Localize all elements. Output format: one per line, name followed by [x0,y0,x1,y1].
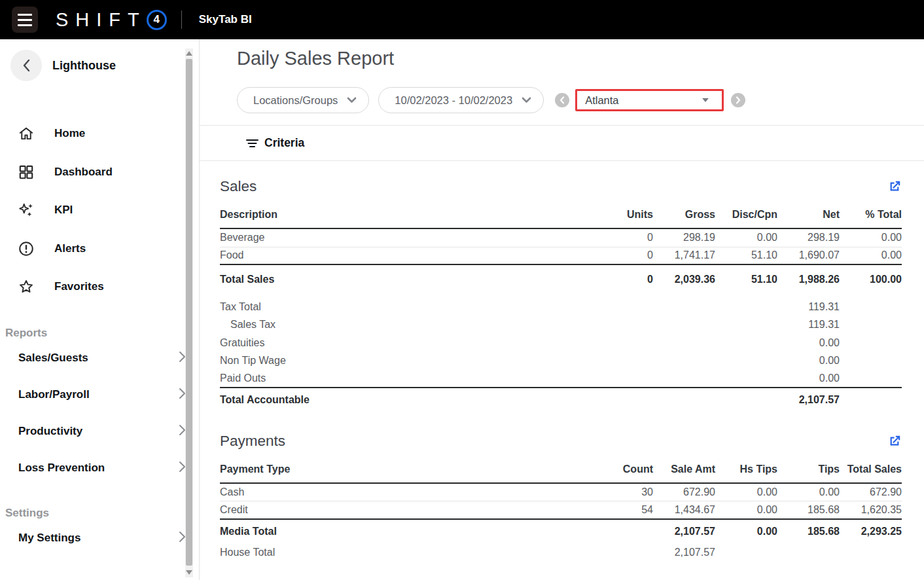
row-value: 1,988.26 [777,274,840,285]
row-value: 119.31 [777,301,840,313]
row-label: Beverage [220,232,591,244]
table-row: Cash30672.900.000.00672.90 [220,484,902,502]
sidebar-item-dashboard[interactable]: Dashboard [0,153,199,192]
sidebar-item-kpi[interactable]: KPI [0,191,199,230]
column-header: Disc/Cpn [715,209,777,221]
sidebar-item-loss-prevention[interactable]: Loss Prevention [0,450,199,486]
home-icon [18,125,35,142]
sidebar-item-label: Home [54,127,85,140]
row-value: 0.00 [715,232,777,244]
section-title-settings: Settings [5,507,199,520]
chevron-down-icon [522,97,531,103]
column-header: Payment Type [220,463,591,475]
row-value: 0.00 [840,249,902,261]
sidebar-item-my-settings[interactable]: My Settings [0,520,199,556]
locations-groups-dropdown[interactable]: Locations/Groups [237,87,369,113]
scrollbar-down-arrow[interactable] [186,570,192,575]
criteria-toggle[interactable]: Criteria [200,126,924,161]
sidebar-item-labor-payroll[interactable]: Labor/Payroll [0,376,199,413]
row-label: Tax Total [220,301,591,313]
row-value: 1,690.07 [777,249,840,261]
chevron-left-icon[interactable] [10,50,42,81]
row-value: 1,741.17 [653,249,715,261]
table-row: Total Accountable2,107.57 [220,388,902,412]
column-header: Gross [653,209,715,221]
sidebar-back-lighthouse[interactable]: Lighthouse [10,50,199,81]
row-label: Sales Tax [220,319,591,331]
column-header: Total Sales [840,463,902,475]
scrollbar-thumb[interactable] [186,59,192,566]
open-in-new-icon[interactable] [887,179,902,194]
row-value: 0.00 [715,504,777,516]
column-header: Sale Amt [653,463,715,475]
filter-row: Locations/Groups 10/02/2023 - 10/02/2023… [237,87,924,113]
column-header: Tips [777,463,840,475]
row-value: 0 [591,232,653,244]
row-label: Cash [220,486,591,498]
payments-table-header: Payment TypeCountSale AmtHs TipsTipsTota… [220,463,902,484]
main-content: Daily Sales Report Locations/Groups 10/0… [200,39,924,580]
row-value: 51.10 [715,249,777,261]
row-label: Total Accountable [220,394,591,406]
app-name: SkyTab BI [199,13,252,26]
row-value: 30 [591,486,653,498]
location-select-highlighted[interactable]: Atlanta [575,89,724,111]
table-row: Non Tip Wage0.00 [220,352,902,371]
row-label: Credit [220,504,591,516]
filter-lines-icon [246,139,258,148]
next-location-button[interactable] [731,93,745,107]
location-select-value: Atlanta [585,94,618,107]
date-range-dropdown[interactable]: 10/02/2023 - 10/02/2023 [378,87,544,113]
sidebar-item-productivity[interactable]: Productivity [0,413,199,450]
open-in-new-icon[interactable] [887,434,902,448]
row-value: 0 [591,249,653,261]
sidebar-scrollbar[interactable] [185,48,193,577]
row-label: Media Total [220,526,591,537]
row-value: 100.00 [840,274,902,285]
column-header: % Total [840,209,902,221]
row-value: 0.00 [777,372,840,384]
table-row: Sales Tax119.31 [220,316,902,335]
table-row: Food01,741.1751.101,690.070.00 [220,247,902,266]
column-header: Description [220,209,591,221]
sales-table-header: DescriptionUnitsGrossDisc/CpnNet% Total [220,209,902,229]
row-value: 185.68 [777,504,840,516]
hamburger-menu-icon[interactable] [12,7,38,33]
sales-section: Sales DescriptionUnitsGrossDisc/CpnNet% … [220,178,902,412]
sidebar-item-label: KPI [54,204,73,217]
table-row: Paid Outs0.00 [220,370,902,388]
row-value: 0.00 [715,526,777,537]
row-value: 672.90 [653,486,715,498]
table-row: Total Sales02,039.3651.101,988.26100.00 [220,265,902,293]
row-value: 1,434.67 [653,504,715,516]
sidebar-item-alerts[interactable]: Alerts [0,230,199,268]
chevron-left-icon [560,96,565,104]
side-item-label: Loss Prevention [18,462,105,475]
row-value: 54 [591,504,653,516]
row-value: 2,107.57 [653,526,715,537]
sidebar-item-home[interactable]: Home [0,115,199,153]
criteria-label: Criteria [264,136,304,150]
previous-location-button[interactable] [555,93,569,107]
row-label: Non Tip Wage [220,355,591,367]
top-bar: SHIFT 4 SkyTab BI [0,0,924,39]
row-value: 672.90 [840,486,902,498]
sidebar-item-sales-guests[interactable]: Sales/Guests [0,340,199,376]
row-value: 2,107.57 [653,547,715,558]
dashboard-grid-icon [18,164,35,181]
sidebar: Lighthouse Home Dashboard KPI [0,39,200,580]
topbar-divider [181,10,182,29]
row-label: Paid Outs [220,372,591,384]
scrollbar-up-arrow[interactable] [186,51,192,56]
side-item-label: Productivity [18,425,82,438]
side-item-label: Sales/Guests [18,352,88,365]
alert-exclamation-icon [18,240,35,257]
row-value: 298.19 [777,232,840,244]
brand-text: SHIFT [56,9,147,31]
sidebar-item-label: Dashboard [54,166,113,179]
sidebar-nav: Home Dashboard KPI Alerts [0,115,199,306]
table-row: Credit541,434.670.00185.681,620.35 [220,501,902,520]
sidebar-item-favorites[interactable]: Favorites [0,268,199,306]
row-value: 185.68 [777,526,840,537]
sidebar-item-label: Favorites [54,280,104,293]
